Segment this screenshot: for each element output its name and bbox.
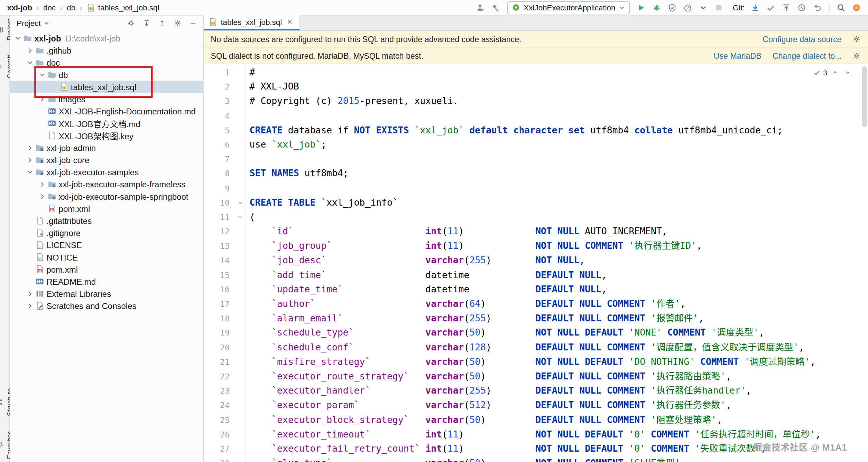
breadcrumb-item-tables-xxl-job-sql[interactable]: tables_xxl_job.sql — [85, 2, 161, 12]
configure-data-source-link[interactable]: Configure data source — [763, 35, 841, 44]
breadcrumb-item-db[interactable]: db — [65, 2, 77, 12]
line-number: 24 — [204, 398, 235, 413]
code-line: `misfire_strategy` varchar(50) NOT NULL … — [250, 355, 868, 369]
tree-item-xxl-job-key[interactable]: XXL-JOB架构图.key — [10, 129, 203, 141]
tree-item-xxl-job-english-documentation-md[interactable]: XXL-JOB-English-Documentation.md — [10, 105, 203, 117]
tree-item-pom-xml[interactable]: mpom.xml — [10, 202, 203, 215]
inspections-widget[interactable]: 3 — [811, 67, 855, 77]
tree-item-tables-xxl-job-sql[interactable]: tables_xxl_job.sql — [10, 81, 203, 93]
line-number: 14 — [204, 254, 235, 268]
tree-item-license[interactable]: LICENSE — [10, 239, 203, 251]
chevron-spacer — [38, 119, 47, 128]
chevron-right-icon[interactable] — [26, 289, 35, 298]
code-line: `job_group` int(11) NOT NULL COMMENT '执行… — [250, 239, 868, 254]
notification-button[interactable] — [849, 1, 864, 14]
tree-item-label: XXL-JOB架构图.key — [59, 130, 133, 141]
tree-item-notice[interactable]: NOTICE — [10, 251, 203, 263]
editor-code[interactable]: ## XXL-JOB# Copyright (c) 2015-present, … — [246, 64, 868, 462]
tree-item-xxl-job-executor-sample-springboot[interactable]: xxl-job-executor-sample-springboot — [10, 190, 203, 202]
code-line: # — [250, 65, 868, 80]
chevron-right-icon[interactable] — [26, 155, 35, 164]
change-dialect-to-link[interactable]: Change dialect to... — [773, 51, 842, 60]
line-number: 2 — [204, 80, 235, 94]
chevron-right-icon[interactable] — [26, 46, 35, 55]
project-view-selector[interactable]: Project — [17, 19, 49, 28]
fold-marker[interactable] — [235, 214, 245, 220]
run-configuration-select[interactable]: XxlJobExecutorApplication — [508, 1, 630, 14]
tree-item-images[interactable]: images — [10, 93, 203, 105]
tree-item-label: doc — [46, 58, 60, 67]
file-ignore-icon — [35, 228, 44, 237]
stop-button[interactable] — [712, 1, 726, 14]
tree-item-external-libraries[interactable]: External Libraries — [10, 287, 203, 300]
locate-button[interactable] — [124, 17, 138, 29]
line-number: 12 — [204, 225, 235, 239]
scrollbar-thumb[interactable] — [862, 66, 867, 127]
tree-item-gitattributes[interactable]: .gitattributes — [10, 215, 203, 227]
next-problem-button[interactable] — [843, 68, 853, 77]
tree-item-xxl-job-core[interactable]: xxl-job-core — [10, 154, 203, 166]
line-number: 3 — [204, 94, 235, 109]
run-button[interactable] — [634, 1, 649, 14]
breadcrumb-label: db — [67, 3, 75, 12]
breadcrumb-item-xxl-job[interactable]: xxl-job — [6, 2, 34, 12]
code-line: `id` int(11) NOT NULL AUTO_INCREMENT, — [250, 225, 868, 239]
vcs-push-button[interactable] — [779, 1, 794, 14]
file-generic-icon — [47, 131, 56, 140]
tree-item-xxl-job-md[interactable]: XXL-JOB官方文档.md — [10, 117, 203, 129]
tree-item-xxl-job-executor-sample-frameless[interactable]: xxl-job-executor-sample-frameless — [10, 178, 203, 190]
breadcrumb-item-doc[interactable]: doc — [41, 2, 57, 12]
tree-item-doc[interactable]: doc — [10, 56, 203, 68]
tab-close-icon[interactable] — [285, 17, 294, 26]
tree-item-scratches-and-consoles[interactable]: Scratches and Consoles — [10, 300, 203, 312]
banner-settings-icon[interactable] — [853, 52, 860, 59]
banner-settings-icon[interactable] — [853, 35, 860, 43]
tree-item-pom-xml[interactable]: mpom.xml — [10, 263, 203, 275]
chevron-right-icon[interactable] — [38, 192, 47, 201]
hammer-button[interactable] — [489, 1, 504, 14]
project-tree: xxl-jobD:\code\xxl-job.githubdocdbtables… — [10, 31, 203, 312]
toolwindow-structure-icon — [0, 398, 3, 406]
prev-problem-button[interactable] — [830, 68, 840, 77]
search-button[interactable] — [834, 1, 848, 14]
editor-scrollbar[interactable] — [860, 64, 868, 462]
editor-banners: No data sources are configured to run th… — [204, 31, 868, 64]
file-maven-icon: m — [47, 204, 56, 213]
tree-item-xxl-job-executor-samples[interactable]: xxl-job-executor-samples — [10, 166, 203, 178]
chevron-down-icon[interactable] — [38, 70, 47, 79]
tree-item-github[interactable]: .github — [10, 44, 203, 56]
debug-button[interactable] — [650, 1, 664, 14]
tree-item-db[interactable]: db — [10, 68, 203, 81]
chevron-spacer — [26, 241, 35, 249]
chevron-down-icon[interactable] — [13, 34, 22, 43]
tree-item-gitignore[interactable]: .gitignore — [10, 227, 203, 239]
fold-marker[interactable] — [235, 200, 245, 206]
vcs-commit-button[interactable] — [764, 1, 778, 14]
hide-button[interactable] — [186, 17, 200, 29]
coverage-button[interactable] — [665, 1, 680, 14]
chevron-down-icon[interactable] — [26, 168, 35, 177]
collapse-all-button[interactable] — [156, 17, 169, 29]
rollback-button[interactable] — [810, 1, 824, 14]
chevron-right-icon[interactable] — [26, 143, 35, 152]
tree-item-xxl-job-admin[interactable]: xxl-job-admin — [10, 142, 203, 154]
user-button[interactable] — [473, 1, 488, 14]
vcs-update-button[interactable] — [748, 1, 763, 14]
settings-gear-button[interactable] — [171, 17, 184, 29]
chevron-right-icon[interactable] — [26, 301, 35, 310]
tree-item-label: README.md — [46, 277, 96, 286]
code-editor[interactable]: 1234567891011121314151617181920212223242… — [204, 64, 868, 462]
editor-tab-tables-xxl-job-sql[interactable]: tables_xxl_job.sql — [204, 15, 300, 30]
tree-item-readme-md[interactable]: README.md — [10, 275, 203, 287]
tree-item-xxl-job[interactable]: xxl-jobD:\code\xxl-job — [10, 32, 203, 44]
use-mariadb-link[interactable]: Use MariaDB — [714, 51, 761, 60]
tree-item-label: NOTICE — [46, 252, 78, 262]
chevron-right-icon[interactable] — [38, 180, 47, 189]
chevron-right-icon[interactable] — [38, 95, 47, 104]
chevron-down-icon[interactable] — [26, 58, 35, 67]
history-button[interactable] — [795, 1, 809, 14]
profiler-button[interactable] — [681, 1, 695, 14]
expand-all-button[interactable] — [140, 17, 153, 29]
caret-down-button[interactable] — [696, 1, 711, 14]
scratches-icon — [35, 301, 44, 310]
